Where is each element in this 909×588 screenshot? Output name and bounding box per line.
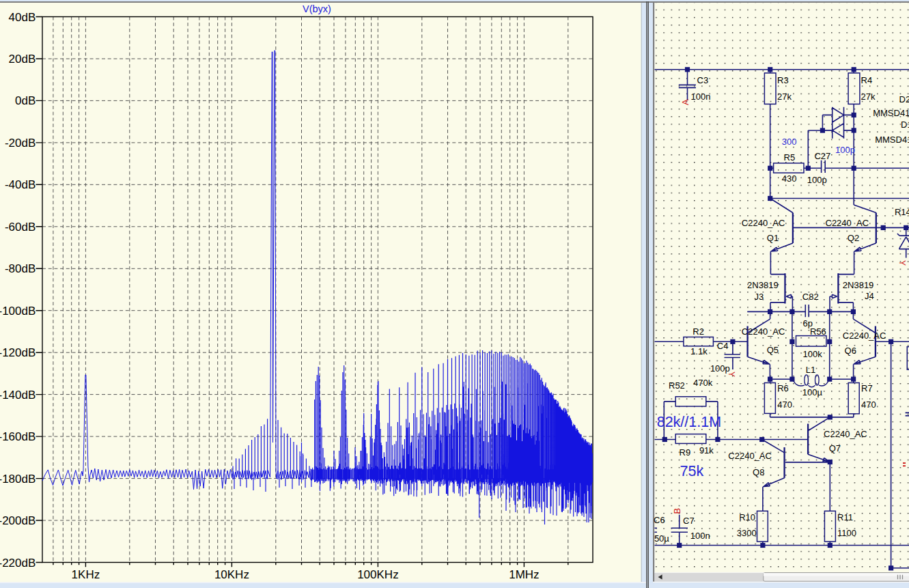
svg-text:D2: D2 bbox=[899, 94, 909, 104]
svg-text:MMSD4148: MMSD4148 bbox=[875, 135, 909, 145]
svg-text:100n: 100n bbox=[691, 92, 711, 102]
svg-text:Q1: Q1 bbox=[767, 233, 779, 243]
svg-text:2N3819: 2N3819 bbox=[843, 280, 874, 290]
svg-text:1MHz: 1MHz bbox=[509, 568, 539, 581]
svg-text:82k//1.1M: 82k//1.1M bbox=[657, 414, 721, 430]
svg-text:R56: R56 bbox=[810, 326, 826, 337]
svg-text:C2240_AC: C2240_AC bbox=[824, 429, 867, 439]
svg-text:C7: C7 bbox=[683, 516, 695, 526]
svg-text:Q7: Q7 bbox=[829, 443, 841, 453]
svg-text:91k: 91k bbox=[699, 445, 714, 456]
svg-text:0dB: 0dB bbox=[15, 94, 36, 107]
svg-text:C2240_AC: C2240_AC bbox=[843, 331, 886, 341]
svg-text:-80dB: -80dB bbox=[5, 262, 36, 275]
svg-text:J3: J3 bbox=[755, 292, 764, 302]
svg-text:2N3819: 2N3819 bbox=[747, 280, 779, 290]
svg-text:Q8: Q8 bbox=[753, 467, 764, 477]
svg-text:-140dB: -140dB bbox=[0, 389, 36, 402]
svg-text:C4: C4 bbox=[717, 341, 729, 351]
svg-text:L1: L1 bbox=[806, 365, 815, 375]
svg-text:C2240_AC: C2240_AC bbox=[742, 218, 785, 228]
svg-text:1KHz: 1KHz bbox=[72, 568, 100, 581]
svg-text:J4: J4 bbox=[865, 291, 874, 301]
svg-text:D1: D1 bbox=[901, 120, 909, 130]
svg-text:1.1k: 1.1k bbox=[690, 346, 708, 356]
svg-text:R10: R10 bbox=[739, 512, 755, 522]
svg-text:Q5: Q5 bbox=[767, 345, 779, 355]
svg-text:A: A bbox=[680, 99, 690, 105]
svg-text:R52: R52 bbox=[669, 380, 685, 391]
svg-text:10KHz: 10KHz bbox=[214, 568, 249, 581]
svg-text:100k: 100k bbox=[803, 349, 823, 359]
svg-text:C82: C82 bbox=[802, 292, 819, 302]
svg-text:-180dB: -180dB bbox=[0, 473, 36, 486]
svg-text:470: 470 bbox=[861, 400, 876, 410]
svg-text:40dB: 40dB bbox=[9, 11, 36, 24]
svg-text:-20dB: -20dB bbox=[5, 137, 36, 150]
svg-text:-160dB: -160dB bbox=[0, 430, 36, 443]
svg-text:470k: 470k bbox=[693, 378, 713, 388]
svg-text:MMSD4148: MMSD4148 bbox=[873, 108, 909, 118]
svg-text:-120dB: -120dB bbox=[0, 346, 36, 359]
svg-text:C6: C6 bbox=[654, 515, 665, 525]
svg-text:R14: R14 bbox=[895, 207, 909, 217]
svg-text:-40dB: -40dB bbox=[5, 178, 36, 191]
svg-text:R7: R7 bbox=[861, 383, 873, 393]
svg-text:100KHz: 100KHz bbox=[357, 568, 398, 581]
svg-text:R3: R3 bbox=[777, 75, 789, 85]
svg-text:3300: 3300 bbox=[737, 528, 757, 538]
svg-text:R4: R4 bbox=[861, 75, 873, 85]
svg-text:100n: 100n bbox=[690, 531, 710, 541]
svg-text:300: 300 bbox=[782, 137, 797, 147]
svg-text:R5: R5 bbox=[784, 152, 796, 163]
svg-text:50µ: 50µ bbox=[654, 533, 669, 544]
svg-text:100p: 100p bbox=[835, 145, 855, 155]
svg-text:27k: 27k bbox=[861, 92, 876, 102]
svg-text:100µ: 100µ bbox=[802, 387, 823, 397]
svg-text:-200dB: -200dB bbox=[0, 514, 36, 527]
svg-text:V(byx): V(byx) bbox=[303, 3, 331, 14]
svg-text:100p: 100p bbox=[807, 175, 827, 185]
svg-text:B: B bbox=[672, 508, 682, 514]
svg-text:-220dB: -220dB bbox=[0, 557, 36, 570]
svg-text:R2: R2 bbox=[693, 326, 704, 337]
svg-text:C2240_AC: C2240_AC bbox=[742, 326, 785, 337]
svg-text:Y: Y bbox=[727, 372, 736, 377]
svg-text:C2240_AC: C2240_AC bbox=[826, 218, 869, 228]
svg-text:R11: R11 bbox=[837, 512, 853, 522]
svg-text:75k: 75k bbox=[680, 463, 704, 479]
svg-text:1100: 1100 bbox=[837, 528, 856, 538]
svg-text:Q2: Q2 bbox=[848, 233, 859, 243]
svg-text:Q6: Q6 bbox=[845, 346, 856, 356]
svg-text:Y: Y bbox=[897, 260, 907, 266]
svg-text:R6: R6 bbox=[777, 383, 789, 393]
svg-text:27k: 27k bbox=[777, 92, 792, 102]
svg-text:C3: C3 bbox=[697, 75, 709, 85]
svg-text:C2240_AC: C2240_AC bbox=[728, 451, 772, 461]
svg-text:-60dB: -60dB bbox=[5, 221, 36, 234]
svg-text:C27: C27 bbox=[814, 151, 830, 161]
svg-text:20dB: 20dB bbox=[9, 53, 36, 66]
svg-text:470: 470 bbox=[777, 400, 792, 410]
svg-text:R9: R9 bbox=[680, 447, 691, 458]
svg-text:-100dB: -100dB bbox=[0, 305, 36, 318]
svg-text:430: 430 bbox=[782, 173, 797, 184]
